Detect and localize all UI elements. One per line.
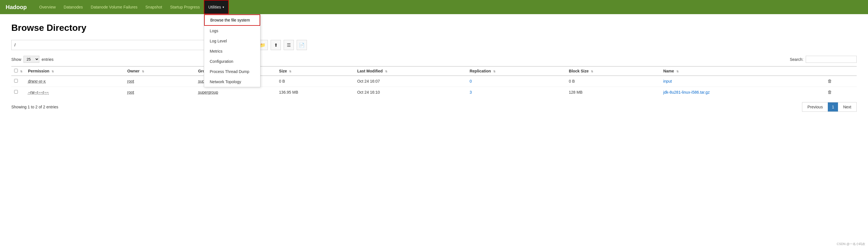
nav-item-startup-progress[interactable]: Startup Progress	[166, 0, 204, 14]
dropdown-item-network-topology[interactable]: Network Topology	[204, 77, 260, 87]
nav-item-datanodes[interactable]: Datanodes	[60, 0, 87, 14]
list-icon: ☰	[287, 42, 291, 48]
td-size-1: 136.95 MB	[276, 87, 354, 98]
th-replication[interactable]: Replication ⇅	[467, 66, 566, 76]
td-checkbox-0	[11, 76, 25, 87]
search-label: Search:	[790, 57, 803, 62]
current-page: 1	[828, 102, 838, 112]
td-last-modified-1: Oct 24 16:10	[354, 87, 467, 98]
previous-button[interactable]: Previous	[802, 102, 828, 112]
th-last-modified[interactable]: Last Modified ⇅	[354, 66, 467, 76]
search-input[interactable]	[806, 56, 857, 63]
nav-item-utilities[interactable]: Utilities ▾	[204, 0, 229, 14]
show-entries-control: Show 25 10 50 100 entries	[11, 56, 54, 63]
td-block-size-1: 128 MB	[566, 87, 660, 98]
th-checkbox: ⇅	[11, 66, 25, 76]
td-group-1: supergroup	[195, 87, 276, 98]
td-checkbox-1	[11, 87, 25, 98]
brand: Hadoop	[6, 4, 27, 10]
td-replication-1: 3	[467, 87, 566, 98]
dropdown-item-log-level[interactable]: Log Level	[204, 36, 260, 46]
td-block-size-0: 0 B	[566, 76, 660, 87]
upload-icon-btn[interactable]: ⬆	[271, 40, 281, 50]
td-owner-1: root	[124, 87, 195, 98]
dropdown-item-metrics[interactable]: Metrics	[204, 46, 260, 56]
page-content: Browse Directory 📁 ⬆ ☰ 📄 Show 25 10 50 1…	[0, 14, 868, 120]
th-owner[interactable]: Owner ⇅	[124, 66, 195, 76]
row-checkbox-1[interactable]	[14, 90, 18, 94]
page-title: Browse Directory	[11, 23, 857, 33]
folder-icon: 📁	[260, 42, 266, 48]
navbar: Hadoop Overview Datanodes Datanode Volum…	[0, 0, 868, 14]
nav-item-datanode-volume-failures[interactable]: Datanode Volume Failures	[87, 0, 142, 14]
dropdown-item-configuration[interactable]: Configuration	[204, 56, 260, 66]
replication-link-1[interactable]: 3	[470, 90, 472, 94]
th-permission[interactable]: Permission ⇅	[25, 66, 125, 76]
dropdown-item-process-thread-dump[interactable]: Process Thread Dump	[204, 66, 260, 77]
chevron-down-icon: ▾	[222, 5, 224, 9]
path-bar: 📁 ⬆ ☰ 📄	[11, 40, 857, 50]
td-owner-0: root	[124, 76, 195, 87]
table-row: drwxr-xr-x root supergroup 0 B Oct 24 16…	[11, 76, 857, 87]
list-icon-btn[interactable]: ☰	[284, 40, 294, 50]
td-permission-1: −rw−r−−r−−	[25, 87, 125, 98]
sort-icon: ⇅	[20, 70, 22, 73]
table-header-row: ⇅ Permission ⇅ Owner ⇅ Group ⇅ Size ⇅	[11, 66, 857, 76]
table-row: −rw−r−−r−− root supergroup 136.95 MB Oct…	[11, 87, 857, 98]
dropdown-item-logs[interactable]: Logs	[204, 26, 260, 36]
td-size-0: 0 B	[276, 76, 354, 87]
select-all-checkbox[interactable]	[14, 69, 18, 72]
th-name[interactable]: Name ⇅	[660, 66, 825, 76]
td-name-0: input	[660, 76, 825, 87]
entries-label: entries	[42, 57, 54, 62]
sort-icon-block-size: ⇅	[591, 70, 593, 73]
showing-text: Showing 1 to 2 of 2 entries	[11, 105, 58, 109]
th-actions	[825, 66, 857, 76]
pagination: Previous 1 Next	[802, 102, 857, 112]
table-controls: Show 25 10 50 100 entries Search:	[11, 56, 857, 63]
td-name-1: jdk-8u281-linux-i586.tar.gz	[660, 87, 825, 98]
next-button[interactable]: Next	[838, 102, 857, 112]
th-size[interactable]: Size ⇅	[276, 66, 354, 76]
nav-item-overview[interactable]: Overview	[35, 0, 59, 14]
row-checkbox-0[interactable]	[14, 79, 18, 83]
sort-icon-owner: ⇅	[142, 70, 144, 73]
sort-icon-replication: ⇅	[493, 70, 495, 73]
table-footer: Showing 1 to 2 of 2 entries Previous 1 N…	[11, 102, 857, 112]
sort-icon-permission: ⇅	[52, 70, 54, 73]
file-icon-btn[interactable]: 📄	[297, 40, 307, 50]
search-box: Search:	[790, 56, 857, 63]
delete-icon-0[interactable]: 🗑	[828, 79, 832, 84]
td-delete-0: 🗑	[825, 76, 857, 87]
utilities-dropdown-container: Utilities ▾ Browse the file system Logs …	[204, 0, 229, 14]
nav-item-snapshot[interactable]: Snapshot	[142, 0, 166, 14]
name-link-0[interactable]: input	[663, 79, 672, 84]
sort-icon-size: ⇅	[289, 70, 291, 73]
entries-select[interactable]: 25 10 50 100	[24, 56, 39, 63]
th-block-size[interactable]: Block Size ⇅	[566, 66, 660, 76]
file-icon: 📄	[299, 42, 305, 48]
show-label: Show	[11, 57, 21, 62]
data-table: ⇅ Permission ⇅ Owner ⇅ Group ⇅ Size ⇅	[11, 66, 857, 98]
td-delete-1: 🗑	[825, 87, 857, 98]
dropdown-item-browse-file-system[interactable]: Browse the file system	[204, 14, 260, 26]
sort-icon-last-modified: ⇅	[385, 70, 387, 73]
td-last-modified-0: Oct 24 16:07	[354, 76, 467, 87]
name-link-1[interactable]: jdk-8u281-linux-i586.tar.gz	[663, 90, 710, 94]
sort-icon-name: ⇅	[676, 70, 679, 73]
replication-link-0[interactable]: 0	[470, 79, 472, 84]
utilities-dropdown-menu: Browse the file system Logs Log Level Me…	[204, 14, 260, 87]
upload-icon: ⬆	[274, 42, 278, 48]
delete-icon-1[interactable]: 🗑	[828, 90, 832, 94]
td-replication-0: 0	[467, 76, 566, 87]
td-permission-0: drwxr-xr-x	[25, 76, 125, 87]
